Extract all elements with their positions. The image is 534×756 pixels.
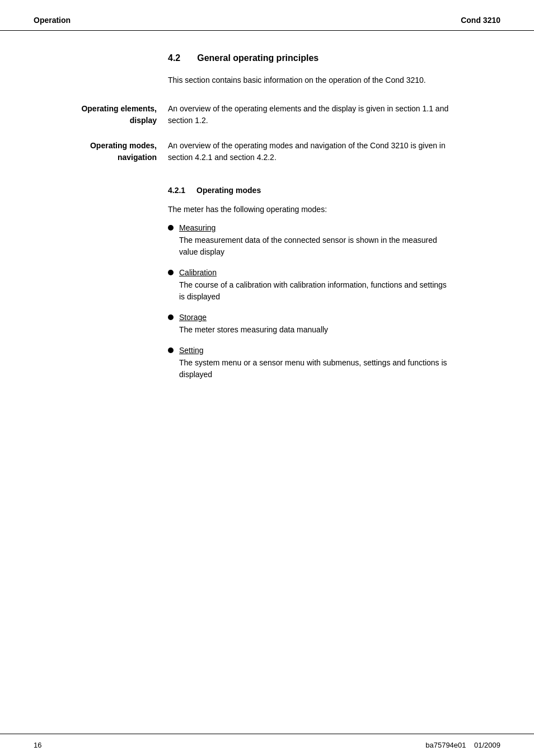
subsection-title: Operating modes <box>196 186 261 195</box>
bullet-link-measuring[interactable]: Measuring <box>179 223 216 232</box>
bullet-link-calibration[interactable]: Calibration <box>179 268 217 277</box>
subsection-intro: The meter has the following operating mo… <box>168 204 500 215</box>
subsection-heading: 4.2.1 Operating modes <box>168 186 500 195</box>
subsection-number: 4.2.1 <box>168 186 185 195</box>
header-right: Cond 3210 <box>461 16 500 25</box>
description-text-1: An overview of the operating elements an… <box>168 103 459 126</box>
description-label-2: Operating modes, navigation <box>34 140 168 163</box>
bullet-item-header-2: Storage <box>168 313 500 322</box>
bullet-dot-1 <box>168 270 174 275</box>
footer-date: 01/2009 <box>474 741 500 749</box>
bullet-item-header-1: Calibration <box>168 268 500 277</box>
bullet-desc-1: The course of a calibration with calibra… <box>179 279 448 303</box>
description-row-2: Operating modes, navigation An overview … <box>34 140 500 163</box>
section-heading: 4.2 General operating principles <box>168 53 500 63</box>
label-line1-1: Operating elements, <box>81 104 157 113</box>
bullet-dot-2 <box>168 314 174 320</box>
main-content: 4.2 General operating principles This se… <box>0 31 534 424</box>
bullet-link-setting[interactable]: Setting <box>179 346 204 355</box>
section-number: 4.2 <box>168 53 180 63</box>
bullet-item-header-0: Measuring <box>168 223 500 232</box>
description-row-1: Operating elements, display An overview … <box>34 103 500 126</box>
bullet-dot-0 <box>168 225 174 231</box>
operating-modes-list: Measuring The measurement data of the co… <box>168 223 500 381</box>
label-line1-2: Operating modes, <box>90 141 157 150</box>
bullet-dot-3 <box>168 348 174 353</box>
header-left: Operation <box>34 16 71 25</box>
section-title: General operating principles <box>197 53 318 63</box>
footer-doc-info: ba75794e01 01/2009 <box>425 741 500 749</box>
bullet-link-storage[interactable]: Storage <box>179 313 207 322</box>
page-header: Operation Cond 3210 <box>0 0 534 31</box>
bullet-desc-2: The meter stores measuring data manually <box>179 324 448 336</box>
list-item: Calibration The course of a calibration … <box>168 268 500 303</box>
list-item: Storage The meter stores measuring data … <box>168 313 500 336</box>
bullet-item-header-3: Setting <box>168 346 500 355</box>
bullet-desc-0: The measurement data of the connected se… <box>179 234 448 258</box>
description-text-2: An overview of the operating modes and n… <box>168 140 459 163</box>
footer-doc-id: ba75794e01 <box>425 741 466 749</box>
list-item: Setting The system menu or a sensor menu… <box>168 346 500 381</box>
footer-page-number: 16 <box>34 741 41 749</box>
label-line2-1: display <box>130 116 157 125</box>
label-line2-2: navigation <box>118 153 157 162</box>
description-label-1: Operating elements, display <box>34 103 168 126</box>
bullet-desc-3: The system menu or a sensor menu with su… <box>179 357 448 381</box>
section-intro: This section contains basic information … <box>168 74 459 86</box>
page-container: Operation Cond 3210 4.2 General operatin… <box>0 0 534 756</box>
list-item: Measuring The measurement data of the co… <box>168 223 500 258</box>
page-footer: 16 ba75794e01 01/2009 <box>0 734 534 756</box>
